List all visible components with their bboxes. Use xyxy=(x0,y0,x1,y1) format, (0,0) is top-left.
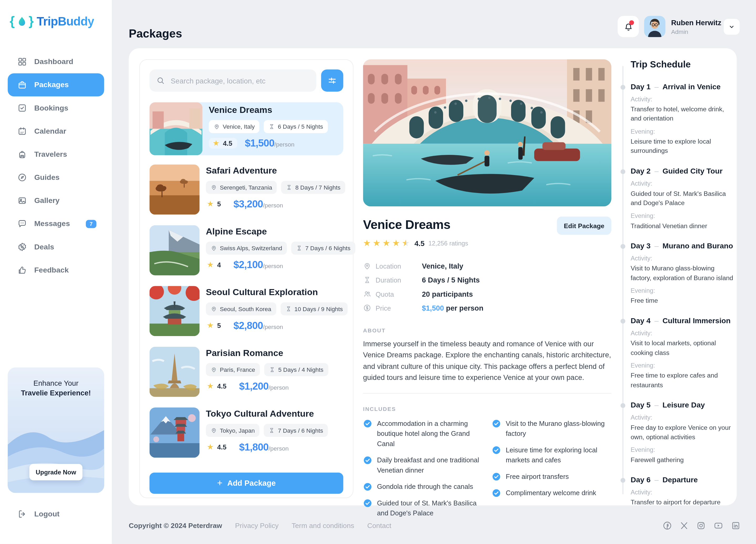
notifications-button[interactable] xyxy=(618,16,639,37)
evening-text: Free time xyxy=(631,296,735,306)
include-text: Complimentary welcome drink xyxy=(506,488,596,498)
price-amount: $1,500 xyxy=(422,304,444,312)
linkedin-icon[interactable] xyxy=(731,521,741,531)
plus-icon: + xyxy=(217,478,222,488)
package-location: Seoul, South Korea xyxy=(220,306,271,312)
calendar-icon xyxy=(17,126,27,136)
info-row-duration: Duration 6 Days / 5 Nights xyxy=(363,273,611,287)
x-icon[interactable] xyxy=(679,521,689,531)
sidebar-item-feedback[interactable]: Feedback xyxy=(8,258,104,281)
day-title: Cultural Immersion xyxy=(663,317,731,325)
package-name: Parisian Romance xyxy=(206,348,328,358)
package-hero-image xyxy=(363,59,611,206)
detail-ratings-count: 12,256 ratings xyxy=(428,239,468,247)
about-text: Immerse yourself in the timeless beauty … xyxy=(363,338,611,383)
logout-button[interactable]: Logout xyxy=(17,509,60,519)
includes-list: Accommodation in a charming boutique hot… xyxy=(363,418,611,524)
price-suffix: per person xyxy=(444,304,483,312)
info-row-quota: Quota 20 participants xyxy=(363,287,611,301)
logout-icon xyxy=(17,509,27,519)
sidebar-item-label: Dashboard xyxy=(34,57,73,66)
schedule-day-5: Day 5–Leisure Day Activity: Free day to … xyxy=(631,401,735,465)
footer-link-contact[interactable]: Contact xyxy=(367,522,391,529)
star-icon: ★ xyxy=(392,239,400,247)
check-circle-icon xyxy=(363,419,372,428)
sidebar-item-label: Travelers xyxy=(34,150,67,159)
package-card-tokyo-cultural-adventure[interactable]: Tokyo Cultural Adventure Tokyo, Japan 7 … xyxy=(149,406,343,459)
sidebar-item-calendar[interactable]: Calendar xyxy=(8,120,104,143)
sidebar-item-gallery[interactable]: Gallery xyxy=(8,189,104,212)
youtube-icon[interactable] xyxy=(713,521,724,531)
add-package-button[interactable]: + Add Package xyxy=(149,473,343,494)
schedule-day-3: Day 3–Murano and Burano Activity: Visit … xyxy=(631,242,735,305)
sidebar-item-dashboard[interactable]: Dashboard xyxy=(8,50,104,73)
sidebar-item-bookings[interactable]: Bookings xyxy=(8,96,104,119)
page-title: Packages xyxy=(129,27,182,40)
package-thumbnail xyxy=(149,347,199,397)
package-rating: 5 xyxy=(217,322,221,329)
include-text: Leisure time for exploring local markets… xyxy=(506,445,611,465)
footer-link-privacy-policy[interactable]: Privacy Policy xyxy=(235,522,279,529)
evening-text: Traditional Venetian dinner xyxy=(631,221,735,231)
avatar-image xyxy=(644,16,665,37)
instagram-icon[interactable] xyxy=(696,521,706,531)
dashboard-grid-icon xyxy=(17,57,27,67)
sidebar-item-label: Messages xyxy=(34,219,70,228)
package-price-unit: /person xyxy=(269,384,289,391)
sidebar-item-travelers[interactable]: Travelers xyxy=(8,143,104,166)
package-name: Alpine Escape xyxy=(206,226,343,237)
sidebar-item-label: Guides xyxy=(34,173,60,182)
sidebar-item-messages[interactable]: Messages 7 xyxy=(8,212,104,235)
location-pill: Venice, Italy xyxy=(209,120,259,133)
edit-package-button[interactable]: Edit Package xyxy=(557,217,611,235)
star-icon: ★ xyxy=(207,383,214,390)
activity-label: Activity: xyxy=(631,255,735,262)
sidebar-item-packages[interactable]: Packages xyxy=(8,73,104,96)
compass-icon xyxy=(17,173,27,182)
package-card-safari-adventure[interactable]: Safari Adventure Serengeti, Tanzania 8 D… xyxy=(149,163,343,216)
user-avatar[interactable] xyxy=(644,16,665,37)
package-card-venice-dreams[interactable]: Venice Dreams Venice, Italy 6 Days / 5 N… xyxy=(149,102,343,155)
package-price: $2,800 xyxy=(233,320,263,331)
dash: – xyxy=(654,242,659,250)
include-item: Guided tour of St. Mark's Basilica and D… xyxy=(363,498,482,518)
evening-label: Evening: xyxy=(631,362,735,369)
footer-link-terms[interactable]: Term and conditions xyxy=(292,522,354,529)
filter-button[interactable] xyxy=(321,69,343,91)
package-detail: Venice Dreams Edit Package ★ ★ ★ ★ ★★ 4.… xyxy=(363,59,611,525)
info-value-location: Venice, Italy xyxy=(422,262,463,270)
sidebar-item-guides[interactable]: Guides xyxy=(8,166,104,189)
day-label: Day 4 xyxy=(631,317,650,325)
package-card-alpine-escape[interactable]: Alpine Escape Swiss Alps, Switzerland 7 … xyxy=(149,224,343,277)
star-icon: ★ xyxy=(207,443,214,451)
include-item: Complimentary welcome drink xyxy=(492,488,611,498)
search-input[interactable] xyxy=(170,76,310,85)
facebook-icon[interactable] xyxy=(663,521,672,531)
package-price: $2,100 xyxy=(233,259,263,270)
package-rating: 4.5 xyxy=(223,139,232,147)
logout-label: Logout xyxy=(34,510,59,518)
location-pill: Paris, France xyxy=(206,363,260,376)
package-price: $1,800 xyxy=(239,441,269,453)
sidebar-item-deals[interactable]: Deals xyxy=(8,235,104,258)
package-card-seoul-cultural-exploration[interactable]: Seoul Cultural Exploration Seoul, South … xyxy=(149,285,343,338)
star-icon: ★ xyxy=(207,261,214,269)
user-name: Ruben Herwitz xyxy=(671,18,721,27)
location-pill: Serengeti, Tanzania xyxy=(206,181,277,194)
user-role: Admin xyxy=(671,28,688,35)
upgrade-now-button[interactable]: Upgrade Now xyxy=(29,464,82,480)
search-icon xyxy=(156,76,165,85)
dash: – xyxy=(654,476,659,484)
package-card-parisian-romance[interactable]: Parisian Romance Paris, France 5 Days / … xyxy=(149,345,343,398)
schedule-day-2: Day 2–Guided City Tour Activity: Guided … xyxy=(631,167,735,231)
info-row-location: Location Venice, Italy xyxy=(363,259,611,273)
info-value-duration: 6 Days / 5 Nights xyxy=(422,276,480,284)
flame-icon xyxy=(18,16,26,27)
user-menu-button[interactable] xyxy=(724,19,740,35)
package-name: Seoul Cultural Exploration xyxy=(206,287,343,297)
detail-title: Venice Dreams xyxy=(363,217,450,232)
schedule-day-6: Day 6–Departure Activity: Transfer to ai… xyxy=(631,476,735,507)
package-thumbnail xyxy=(149,286,199,336)
hourglass-icon xyxy=(296,245,302,251)
backpack-icon xyxy=(17,149,27,159)
